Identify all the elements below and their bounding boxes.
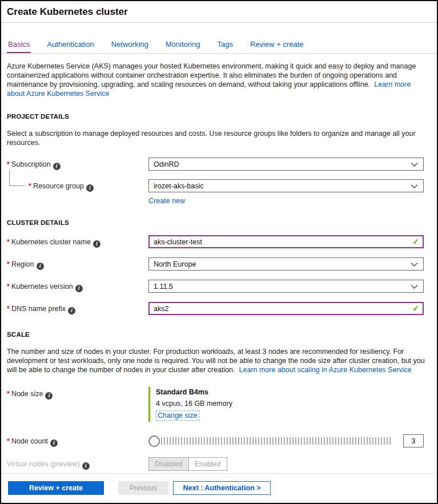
review-create-button[interactable]: Review + create	[8, 481, 104, 495]
node-size-value: Standard B4ms	[156, 388, 424, 397]
valid-check-icon	[412, 304, 419, 313]
next-authentication-button[interactable]: Next : Authentication >	[173, 481, 271, 495]
slider-handle[interactable]	[148, 436, 160, 447]
info-icon[interactable]	[75, 285, 83, 292]
info-icon[interactable]	[37, 263, 44, 270]
required-asterisk: *	[7, 390, 10, 398]
info-icon[interactable]	[82, 462, 90, 470]
tab-bar: Basics Authentication Networking Monitor…	[1, 23, 437, 54]
info-icon[interactable]	[68, 307, 75, 315]
virtual-nodes-label: Virtual nodes (preview)	[7, 457, 148, 470]
subscription-select[interactable]: OdinRD	[148, 158, 424, 171]
project-details-description: Select a subscription to manage deployed…	[7, 129, 418, 147]
previous-button[interactable]: Previous	[118, 481, 168, 495]
basics-tab-content: Azure Kubernetes Service (AKS) manages y…	[1, 54, 437, 490]
cluster-name-input[interactable]	[148, 235, 424, 248]
kubernetes-version-select[interactable]: 1.11.5	[148, 280, 424, 293]
cluster-details-heading: CLUSTER DETAILS	[7, 218, 430, 227]
node-size-row: *Node size Standard B4ms 4 vcpus, 16 GB …	[7, 387, 430, 422]
info-icon[interactable]	[50, 440, 58, 447]
info-icon[interactable]	[45, 392, 53, 400]
region-row: *Region North Europe	[7, 257, 430, 271]
create-kubernetes-cluster-blade: Create Kubernetes cluster Basics Authent…	[0, 0, 438, 504]
node-size-specs: 4 vcpus, 16 GB memory	[156, 399, 424, 408]
kubernetes-version-row: *Kubernetes version 1.11.5	[7, 280, 430, 293]
kubernetes-version-label: *Kubernetes version	[7, 280, 148, 292]
dns-prefix-input[interactable]	[148, 302, 424, 315]
resource-group-label: *Resource group	[7, 179, 148, 192]
virtual-nodes-enabled-button[interactable]: Enabled	[189, 458, 227, 470]
required-asterisk: *	[7, 260, 10, 268]
node-count-label: *Node count	[7, 434, 148, 447]
info-icon[interactable]	[53, 163, 61, 170]
required-asterisk: *	[7, 283, 10, 291]
node-count-row: *Node count 3	[7, 434, 430, 447]
change-size-link[interactable]: Change size	[156, 410, 199, 421]
required-asterisk: *	[7, 305, 10, 313]
node-count-slider: 3	[148, 434, 424, 447]
learn-more-scaling-link[interactable]: Learn more about scaling in Azure Kubern…	[239, 366, 412, 374]
dns-prefix-label: *DNS name prefix	[7, 302, 148, 315]
slider-track[interactable]	[161, 437, 391, 445]
service-description: Azure Kubernetes Service (AKS) manages y…	[7, 62, 430, 98]
chevron-down-icon	[411, 184, 418, 189]
info-icon[interactable]	[93, 240, 101, 248]
dns-prefix-row: *DNS name prefix	[7, 302, 430, 315]
chevron-down-icon	[411, 262, 418, 267]
create-new-link[interactable]: Create new	[148, 196, 185, 205]
footer-action-bar: Review + create Previous Next : Authenti…	[2, 473, 436, 502]
tab-basics[interactable]: Basics	[7, 40, 31, 53]
cluster-name-label: *Kubernetes cluster name	[7, 235, 148, 248]
required-asterisk: *	[7, 437, 10, 445]
page-title: Create Kubernetes cluster	[7, 6, 431, 18]
region-select[interactable]: North Europe	[148, 257, 424, 271]
region-label: *Region	[7, 257, 148, 270]
node-count-value[interactable]: 3	[403, 434, 424, 447]
required-asterisk: *	[7, 160, 10, 168]
node-size-summary: Standard B4ms 4 vcpus, 16 GB memory Chan…	[148, 387, 424, 422]
virtual-nodes-disabled-button[interactable]: Disabled	[149, 458, 189, 470]
subscription-label: *Subscription	[7, 158, 148, 170]
required-asterisk: *	[29, 182, 31, 190]
required-asterisk: *	[7, 238, 10, 246]
tab-review-create[interactable]: Review + create	[249, 40, 305, 53]
chevron-down-icon	[411, 284, 418, 289]
virtual-nodes-toggle: Disabled Enabled	[148, 457, 227, 471]
tab-authentication[interactable]: Authentication	[46, 40, 95, 53]
scale-description: The number and size of nodes in your clu…	[7, 347, 430, 374]
chevron-down-icon	[411, 162, 418, 167]
info-icon[interactable]	[86, 184, 94, 192]
service-description-text: Azure Kubernetes Service (AKS) manages y…	[7, 62, 416, 88]
tab-tags[interactable]: Tags	[216, 40, 234, 53]
valid-check-icon	[412, 237, 419, 246]
tab-monitoring[interactable]: Monitoring	[164, 40, 202, 53]
node-size-label: *Node size	[7, 387, 148, 400]
project-details-heading: PROJECT DETAILS	[7, 112, 430, 121]
titlebar: Create Kubernetes cluster	[1, 1, 437, 23]
scale-heading: SCALE	[7, 330, 430, 339]
tab-networking[interactable]: Networking	[110, 40, 150, 53]
resource-group-select[interactable]: irozet-aks-basic	[148, 179, 424, 192]
tree-connector	[9, 170, 25, 186]
resource-group-row: *Resource group irozet-aks-basic Create …	[7, 179, 430, 205]
subscription-row: *Subscription OdinRD	[7, 158, 430, 171]
cluster-name-row: *Kubernetes cluster name	[7, 235, 430, 248]
